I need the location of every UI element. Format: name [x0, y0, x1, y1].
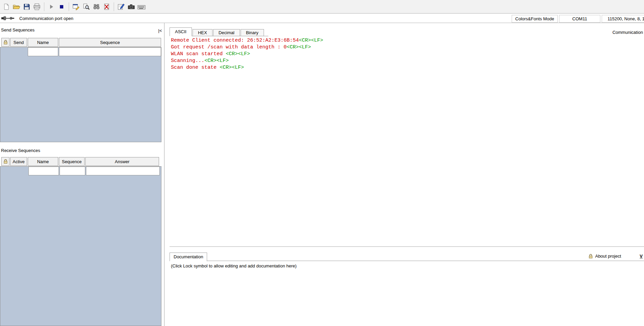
receive-table-header: Active Name Sequence Answer	[1, 157, 159, 166]
about-project-link[interactable]: About project	[595, 254, 621, 259]
communication-tabs: ASCII HEX Decimal Binary	[170, 27, 265, 36]
terminal-line-control: <CR><LF>	[287, 44, 311, 50]
terminal-line-text: Scan done state	[171, 65, 220, 70]
terminal-line-control: <CR><LF>	[220, 65, 244, 70]
lock-icon	[3, 159, 8, 164]
terminal-line-text: WLAN scan started	[171, 51, 226, 57]
documentation-separator	[170, 246, 644, 247]
active-column-header: Active	[10, 157, 27, 166]
terminal-line: Remote Client connected: 26:52:A2:E3:6B:…	[171, 37, 643, 44]
documentation-actions: About project V	[589, 254, 643, 259]
tab-hex[interactable]: HEX	[193, 29, 213, 36]
receive-sequence-cell[interactable]	[60, 167, 85, 175]
sequence-column-header: Sequence	[59, 38, 161, 47]
app-window: Commmunication port open Colors&Fonts Mo…	[0, 0, 644, 326]
send-sequences-title: Send Sequences	[1, 27, 35, 32]
play-icon	[48, 4, 54, 10]
open-folder-icon	[13, 3, 20, 10]
status-message: Commmunication port open	[19, 16, 73, 21]
lock-icon	[3, 40, 8, 45]
send-button-cell	[1, 47, 27, 56]
documentation-placeholder: (Click Lock symbol to allow editing and …	[171, 263, 296, 268]
tab-decimal[interactable]: Decimal	[213, 29, 240, 36]
toolbar-separator	[69, 2, 69, 11]
send-table-header: Send Name Sequence	[1, 38, 161, 47]
snapshot-button[interactable]	[126, 1, 136, 12]
start-communication-button[interactable]	[46, 1, 57, 12]
binoculars-icon	[93, 3, 100, 10]
receive-name-cell[interactable]	[28, 167, 59, 175]
communication-pane-title: Communication	[613, 30, 643, 35]
new-file-button[interactable]	[1, 1, 12, 12]
blue-pen-paper-icon	[117, 3, 125, 10]
terminal-line-control: <CR><LF>	[226, 51, 250, 57]
send-sequences-table-area[interactable]	[0, 47, 161, 142]
documentation-lock-button[interactable]	[589, 254, 593, 259]
documentation-content[interactable]: (Click Lock symbol to allow editing and …	[170, 261, 644, 326]
keyboard-console-button[interactable]	[136, 1, 147, 12]
magnifier-icon	[83, 3, 90, 10]
answer-column-header: Answer	[85, 157, 159, 166]
receive-table-lock-button[interactable]	[1, 157, 9, 166]
clear-communication-button[interactable]	[102, 1, 112, 12]
stop-icon	[59, 4, 65, 10]
collapse-send-panel-button[interactable]: |<	[156, 27, 164, 34]
receive-sequences-title: Receive Sequences	[1, 148, 40, 153]
print-button[interactable]	[32, 1, 42, 12]
terminal-line: WLAN scan started <CR><LF>	[171, 51, 643, 58]
tab-documentation[interactable]: Documentation	[170, 253, 207, 261]
new-file-icon	[3, 3, 10, 10]
send-column-header: Send	[10, 38, 27, 47]
tab-binary[interactable]: Binary	[241, 29, 264, 36]
camera-icon	[128, 4, 135, 10]
document-red-x-icon	[103, 3, 110, 10]
send-table-lock-button[interactable]	[1, 38, 9, 47]
terminal-line: Got request /scan with data length : 0<C…	[171, 44, 643, 51]
version-link[interactable]: V	[640, 254, 643, 259]
com-settings-button[interactable]: 115200, None, 8, 1	[602, 15, 644, 23]
panel-divider	[164, 23, 164, 326]
terminal-line-text: Got request /scan with data length : 0	[171, 44, 287, 50]
open-file-button[interactable]	[12, 1, 22, 12]
project-settings-button[interactable]	[71, 1, 81, 12]
active-checkbox-cell	[1, 167, 28, 175]
colors-fonts-mode-button[interactable]: Colors&Fonts Mode	[512, 15, 558, 23]
receive-sequences-table-area[interactable]	[0, 166, 161, 326]
terminal-line: Scan done state <CR><LF>	[171, 64, 643, 71]
printer-icon	[33, 3, 41, 10]
receive-answer-cell[interactable]	[86, 167, 160, 175]
send-sequence-cell[interactable]	[59, 47, 161, 56]
terminal-line: Scanning...<CR><LF>	[171, 58, 643, 64]
terminal-line-control: <CR><LF>	[299, 38, 323, 43]
toolbar-separator	[44, 2, 44, 11]
communication-window[interactable]: Remote Client connected: 26:52:A2:E3:6B:…	[170, 37, 644, 246]
com-port-connector-icon	[1, 16, 16, 21]
lock-icon	[589, 254, 593, 259]
save-file-button[interactable]	[22, 1, 32, 12]
stop-communication-button[interactable]	[57, 1, 67, 12]
receive-table-empty-row	[1, 167, 160, 175]
keyboard-icon	[137, 4, 146, 10]
settings-window-pencil-icon	[72, 3, 80, 10]
edit-mode-button[interactable]	[116, 1, 126, 12]
terminal-line-text: Scanning...	[171, 58, 204, 64]
name-column-header: Name	[28, 157, 58, 166]
documentation-tab-row: Documentation About project V	[170, 253, 644, 261]
expert-settings-button[interactable]	[81, 1, 91, 12]
sequence-column-header: Sequence	[59, 157, 85, 166]
name-column-header: Name	[28, 38, 58, 47]
tab-ascii[interactable]: ASCII	[170, 27, 192, 36]
com-port-button[interactable]: COM11	[559, 15, 600, 23]
save-floppy-icon	[23, 3, 30, 10]
terminal-line-control: <CR><LF>	[204, 58, 229, 64]
send-table-empty-row	[1, 47, 161, 56]
terminal-line-text: Remote Client connected: 26:52:A2:E3:6B:…	[171, 38, 299, 43]
find-button[interactable]	[91, 1, 102, 12]
toolbar-separator	[114, 2, 114, 11]
toolbar	[0, 0, 644, 14]
send-name-cell[interactable]	[28, 47, 58, 56]
